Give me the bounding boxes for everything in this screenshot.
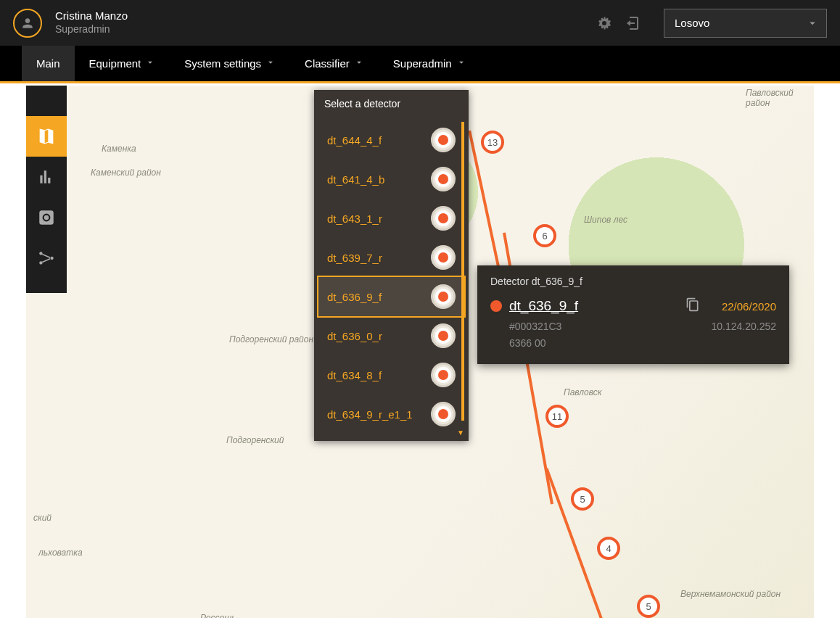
detail-hash: #000321C3 (509, 321, 561, 332)
detector-list: dt_644_4_fdt_641_4_bdt_643_1_rdt_639_7_r… (314, 117, 469, 441)
sidebar-graph[interactable] (26, 238, 67, 278)
map-marker[interactable]: 11 (545, 405, 569, 428)
avatar[interactable] (13, 9, 42, 38)
map-label: льховатка (38, 548, 83, 558)
svg-point-1 (39, 261, 42, 264)
location-value: Losovo (675, 17, 709, 29)
sidebar-camera[interactable] (26, 197, 67, 238)
menu-system-settings[interactable]: System settings (170, 46, 290, 81)
status-dot (490, 300, 502, 312)
map-marker[interactable]: 4 (597, 537, 620, 560)
map-marker[interactable]: 13 (481, 131, 504, 154)
radio-icon (431, 245, 456, 270)
logout-icon[interactable] (622, 13, 642, 33)
detector-item[interactable]: dt_639_7_r (318, 238, 464, 277)
detector-label: dt_634_8_f (327, 369, 382, 381)
map-label: Каменский район (91, 168, 161, 178)
chevron-down-icon (456, 57, 466, 70)
detail-code: 6366 00 (509, 337, 546, 349)
detector-label: dt_636_9_f (327, 291, 382, 303)
menu-main[interactable]: Main (22, 46, 75, 83)
sidebar (26, 86, 67, 293)
scroll-indicator: ▼ (457, 429, 464, 437)
menu-classifier[interactable]: Classifier (290, 46, 379, 81)
user-block: Cristina Manzo Superadmin (55, 9, 128, 36)
map-label: Верхнемамонский район (680, 589, 781, 599)
menubar: MainEquipment System settings Classifier… (0, 46, 840, 83)
detail-ip: 10.124.20.252 (711, 321, 776, 332)
detail-name[interactable]: dt_636_9_f (509, 298, 578, 314)
detail-title: Detector dt_636_9_f (490, 276, 776, 287)
detector-panel: Select a detector dt_644_4_fdt_641_4_bdt… (314, 90, 469, 441)
detector-label: dt_634_9_r_e1_1 (327, 408, 413, 421)
radio-icon (431, 128, 456, 152)
map-label: Шипов лес (584, 215, 627, 225)
radio-icon (431, 363, 456, 387)
map-label: Подгоренский (226, 435, 284, 445)
map-label: Павловск (564, 387, 601, 397)
chevron-down-icon (265, 57, 276, 70)
sidebar-map[interactable] (26, 116, 67, 157)
copy-icon[interactable] (685, 297, 700, 315)
detector-label: dt_639_7_r (327, 252, 382, 264)
menu-equipment[interactable]: Equipment (75, 46, 170, 81)
detector-item[interactable]: dt_634_8_f (318, 355, 464, 395)
chevron-down-icon (806, 17, 819, 32)
radio-icon (431, 284, 456, 309)
settings-icon[interactable] (594, 13, 614, 33)
radio-icon (431, 206, 456, 231)
map-label: Подгоренский район (229, 334, 313, 344)
map-label: ский (33, 513, 52, 523)
map-label: Россошь (200, 613, 236, 618)
map-label: Каменка (102, 144, 136, 154)
detector-item[interactable]: dt_636_0_r (318, 316, 464, 355)
detector-item[interactable]: dt_641_4_b (318, 160, 464, 199)
map-marker[interactable]: 6 (533, 224, 556, 247)
map-marker[interactable]: 5 (637, 595, 660, 618)
svg-point-2 (50, 257, 53, 260)
user-name: Cristina Manzo (55, 9, 128, 23)
radio-icon (431, 167, 456, 191)
detector-item[interactable]: dt_636_9_f (318, 277, 464, 316)
map-marker[interactable]: 5 (571, 487, 594, 511)
menu-superadmin[interactable]: Superadmin (379, 46, 481, 81)
location-select[interactable]: Losovo (664, 9, 827, 38)
detector-header: Select a detector (314, 90, 469, 117)
detector-item[interactable]: dt_643_1_r (318, 199, 464, 238)
sidebar-chart[interactable] (26, 157, 67, 197)
chevron-down-icon (145, 57, 155, 70)
detector-label: dt_644_4_f (327, 134, 382, 146)
topbar: Cristina Manzo Superadmin Losovo (0, 0, 840, 46)
chevron-down-icon (354, 57, 364, 70)
svg-point-0 (39, 252, 42, 255)
user-role: Superadmin (55, 23, 128, 36)
hamburger-icon[interactable] (26, 88, 67, 116)
map-label: Павловский район (746, 88, 814, 108)
detector-label: dt_643_1_r (327, 212, 382, 225)
radio-icon (431, 323, 456, 348)
detail-date: 22/06/2020 (722, 300, 776, 313)
detector-item[interactable]: dt_644_4_f (318, 120, 464, 160)
topbar-actions (594, 13, 642, 33)
detector-label: dt_641_4_b (327, 173, 384, 186)
detector-label: dt_636_0_r (327, 330, 382, 342)
detail-card: Detector dt_636_9_f dt_636_9_f 22/06/202… (477, 265, 789, 364)
detector-item[interactable]: dt_634_9_r_e1_1 (318, 395, 464, 434)
radio-icon (431, 402, 456, 426)
